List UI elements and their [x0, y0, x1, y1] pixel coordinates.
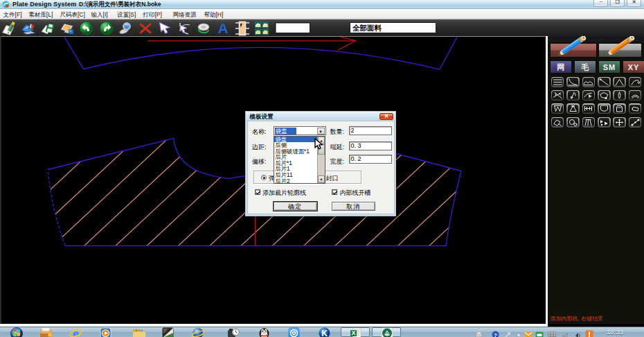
svg-text:A: A	[217, 21, 228, 36]
svg-text:K: K	[321, 329, 328, 337]
svg-text:?: ?	[494, 331, 497, 337]
svg-text:X: X	[351, 329, 355, 336]
